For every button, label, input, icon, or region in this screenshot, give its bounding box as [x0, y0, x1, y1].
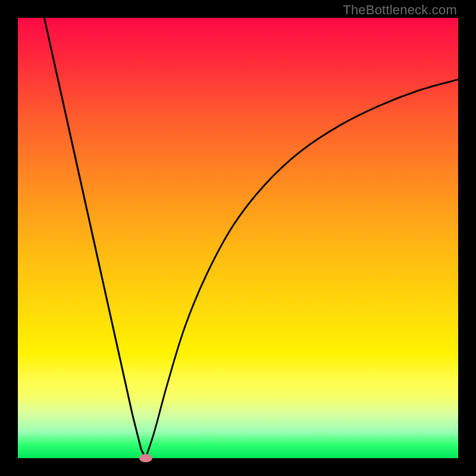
curve-layer	[18, 18, 458, 458]
curve-left-branch	[44, 18, 145, 458]
watermark-text: TheBottleneck.com	[343, 2, 457, 18]
curve-right-branch	[146, 80, 458, 458]
plot-area	[18, 18, 458, 458]
dip-marker	[139, 454, 152, 462]
chart-frame: TheBottleneck.com	[0, 0, 476, 476]
